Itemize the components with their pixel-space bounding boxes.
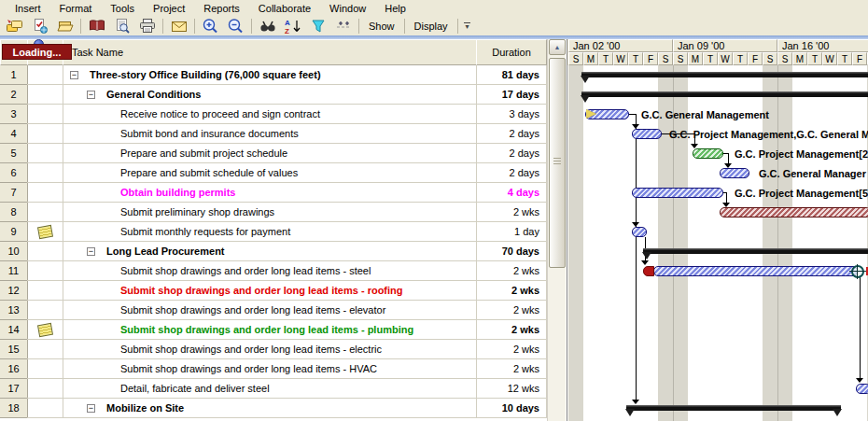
task-name-cell[interactable]: Submit shop drawings and order long lead… <box>63 359 477 379</box>
menu-project[interactable]: Project <box>144 2 194 15</box>
task-name-cell[interactable]: Submit shop drawings and order long lead… <box>63 261 477 281</box>
task-name-cell[interactable]: Submit shop drawings and order long lead… <box>63 301 477 320</box>
duration-cell[interactable]: 2 days <box>476 163 547 183</box>
duration-cell[interactable]: 1 day <box>476 222 547 242</box>
task-bar[interactable] <box>653 266 858 276</box>
row-number-cell[interactable]: 17 <box>0 379 28 399</box>
document-check-icon[interactable] <box>27 16 52 36</box>
print-icon[interactable] <box>134 16 160 36</box>
outline-collapse-box[interactable]: − <box>87 247 95 256</box>
row-number-cell[interactable]: 15 <box>0 340 28 359</box>
row-number-cell[interactable]: 7 <box>0 183 28 203</box>
task-bar[interactable] <box>693 148 723 159</box>
row-number-cell[interactable]: 8 <box>0 203 28 222</box>
table-row[interactable]: 9 Submit monthly requests for payment 1 … <box>0 222 547 242</box>
table-row[interactable]: 14 Submit shop drawings and order long l… <box>0 320 547 340</box>
row-number-cell[interactable]: 9 <box>0 222 28 242</box>
menu-format[interactable]: Format <box>50 2 102 15</box>
task-name-cell[interactable]: Submit shop drawings and order long lead… <box>63 281 477 301</box>
duration-cell[interactable]: 10 days <box>476 399 547 418</box>
task-bar[interactable] <box>720 207 868 218</box>
row-number-cell[interactable]: 1 <box>0 65 28 85</box>
task-name-cell[interactable]: −Mobilize on Site <box>63 399 477 418</box>
email-icon[interactable] <box>166 16 191 36</box>
table-row[interactable]: 3 Receive notice to proceed and sign con… <box>0 105 547 124</box>
display-button[interactable]: Display <box>408 20 455 33</box>
menu-collaborate[interactable]: Collaborate <box>249 2 320 15</box>
task-name-cell[interactable]: Obtain building permits <box>63 183 477 203</box>
summary-bar[interactable] <box>643 248 868 254</box>
row-number-cell[interactable]: 5 <box>0 144 28 163</box>
task-name-cell[interactable]: Submit bond and insurance documents <box>63 124 477 144</box>
outline-collapse-box[interactable]: − <box>87 91 95 99</box>
table-row[interactable]: 2 −General Conditions 17 days <box>0 85 547 105</box>
duration-header[interactable]: Duration <box>476 39 547 65</box>
row-number-cell[interactable]: 12 <box>0 281 28 301</box>
row-number-cell[interactable]: 14 <box>0 320 28 340</box>
menu-reports[interactable]: Reports <box>194 2 249 15</box>
task-name-cell[interactable]: −Three-story Office Building (76,000 squ… <box>63 65 477 85</box>
duration-cell[interactable]: 2 wks <box>476 261 547 281</box>
duration-cell[interactable]: 3 days <box>476 105 547 124</box>
duration-cell[interactable]: 17 days <box>476 85 547 105</box>
show-button[interactable]: Show <box>362 20 401 33</box>
row-number-cell[interactable]: 16 <box>0 359 28 379</box>
task-name-cell[interactable]: Prepare and submit project schedule <box>63 144 477 163</box>
task-name-cell[interactable]: Prepare and submit schedule of values <box>63 163 477 183</box>
task-name-cell[interactable]: Receive notice to proceed and sign contr… <box>63 105 477 124</box>
duration-cell[interactable]: 12 wks <box>476 379 547 399</box>
duration-cell[interactable]: 70 days <box>476 242 547 261</box>
task-bar[interactable] <box>632 129 662 139</box>
task-name-cell[interactable]: −General Conditions <box>63 85 477 105</box>
table-row[interactable]: 1 −Three-story Office Building (76,000 s… <box>0 65 547 85</box>
table-row[interactable]: 7 Obtain building permits 4 days <box>0 183 547 203</box>
duration-cell[interactable]: 2 wks <box>476 281 547 301</box>
print-preview-icon[interactable] <box>109 16 134 36</box>
menu-tools[interactable]: Tools <box>101 2 144 15</box>
table-row[interactable]: 10 −Long Lead Procurement 70 days <box>0 242 547 261</box>
row-number-cell[interactable]: 4 <box>0 124 28 144</box>
task-bar[interactable] <box>632 227 647 237</box>
menu-help[interactable]: Help <box>375 2 415 15</box>
task-name-cell[interactable]: Submit shop drawings and order long lead… <box>63 340 477 359</box>
vertical-scrollbar[interactable]: ▲ <box>547 39 566 421</box>
table-row[interactable]: 4 Submit bond and insurance documents 2 … <box>0 124 547 144</box>
toolbar-options-chevron-icon[interactable]: ▾ <box>461 19 474 34</box>
summary-bar[interactable] <box>581 72 868 77</box>
table-row[interactable]: 18 −Mobilize on Site 10 days <box>0 399 547 418</box>
row-number-cell[interactable]: 11 <box>0 261 28 281</box>
task-name-cell[interactable]: Submit monthly requests for payment <box>63 222 477 242</box>
go-to-task-icon[interactable] <box>330 16 356 36</box>
table-row[interactable]: 16 Submit shop drawings and order long l… <box>0 359 547 379</box>
table-row[interactable]: 5 Prepare and submit project schedule 2 … <box>0 144 547 163</box>
duration-cell[interactable]: 2 wks <box>476 203 547 222</box>
book-icon[interactable] <box>84 16 109 36</box>
outline-collapse-box[interactable]: − <box>70 71 78 79</box>
task-name-cell[interactable]: Detail, fabricate and deliver steel <box>63 379 477 399</box>
table-row[interactable]: 6 Prepare and submit schedule of values … <box>0 163 547 183</box>
zoom-in-icon[interactable] <box>198 16 223 36</box>
task-name-header[interactable]: Task Name <box>63 39 477 65</box>
duration-cell[interactable]: 2 wks <box>476 340 547 359</box>
scroll-up-button[interactable]: ▲ <box>549 39 566 55</box>
duration-cell[interactable]: 2 wks <box>476 301 547 320</box>
duration-cell[interactable]: 2 wks <box>476 320 547 340</box>
row-number-cell[interactable]: 3 <box>0 105 28 124</box>
row-number-cell[interactable]: 6 <box>0 163 28 183</box>
summary-bar[interactable] <box>626 405 841 411</box>
table-row[interactable]: 12 Submit shop drawings and order long l… <box>0 281 547 301</box>
duration-cell[interactable]: 81 days <box>476 65 547 85</box>
find-icon[interactable] <box>255 16 280 36</box>
sort-icon[interactable]: AZ <box>280 16 305 36</box>
table-row[interactable]: 8 Submit preliminary shop drawings 2 wks <box>0 203 547 222</box>
task-name-cell[interactable]: Submit preliminary shop drawings <box>63 203 477 222</box>
duration-cell[interactable]: 2 wks <box>476 359 547 379</box>
menu-insert[interactable]: Insert <box>6 2 50 15</box>
row-number-cell[interactable]: 18 <box>0 399 28 418</box>
duration-cell[interactable]: 4 days <box>476 183 547 203</box>
table-row[interactable]: 11 Submit shop drawings and order long l… <box>0 261 547 281</box>
zoom-out-icon[interactable] <box>223 16 248 36</box>
duration-cell[interactable]: 2 days <box>476 144 547 163</box>
duration-cell[interactable]: 2 days <box>476 124 547 144</box>
task-bar[interactable] <box>720 168 749 178</box>
